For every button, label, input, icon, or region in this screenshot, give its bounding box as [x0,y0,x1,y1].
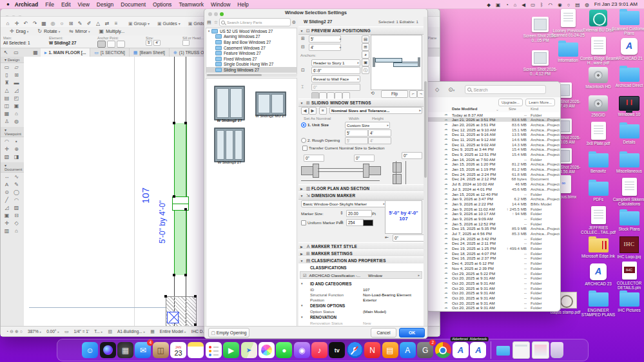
group-header-id-and-categories[interactable]: ID AND CATEGORIES [310,281,351,286]
pen-set[interactable]: T... [94,329,100,334]
tree-item-bay-and-bow-windows-27[interactable]: Bay and Bow Windows 27 [206,39,297,45]
selection-handle[interactable] [184,122,187,124]
desktop-icon-details[interactable]: Details [610,122,644,144]
toolbar-icon-4[interactable]: ▦ [39,21,48,26]
finder-row[interactable]: ☁Dec 24, 2025 at 3:42 PM--Folder [426,236,560,241]
finder-row[interactable]: ☁Oct 20, 2025 at 9:31 AM--Folder [426,291,560,296]
tree-item-awning-windows-27[interactable]: Awning Windows 27 [206,34,297,40]
desktop-icon-scanned-customer-plans[interactable]: Scanned Customer Plans [610,8,644,35]
layer-combination[interactable]: A1-Building... [117,329,142,334]
tree-horizontal-scrollbar[interactable] [206,73,297,77]
view-info-button[interactable]: ⓘ [362,66,369,74]
tab--beam-sheet-[interactable]: ▦[Beam Sheet] [130,48,170,57]
mirror-icon[interactable]: ⟲ [371,91,375,96]
finder-row[interactable]: ☁Oct 29, 2025 at 5:22 PM--Folder [426,271,560,276]
pen-color-chip[interactable] [363,220,373,226]
tab-1-main-floor-[interactable]: ▸1. MAIN FLOOR [... [41,48,90,57]
jamb-right-button[interactable]: ¬ [417,90,424,98]
dock-downloads-folder-icon[interactable] [495,342,511,358]
upgrade-button[interactable]: Upgrade... [498,99,523,106]
tree-item-casement-windows-27[interactable]: Casement Windows 27 [206,45,297,51]
dock-chrome-icon[interactable] [435,342,451,358]
tool-icon-document-2[interactable]: A [2,181,12,189]
thumbnail-w-sliding3-27[interactable]: W Sliding3 27 [214,128,245,162]
action-menu-icon[interactable]: ⊙▾ [448,86,454,93]
tool-icon-document-0[interactable]: ↔ [2,173,12,181]
custom-size-combo[interactable]: Custom Size▸ [345,122,390,129]
tool-icon-document-12[interactable]: ✛ [2,220,12,227]
finder-row[interactable]: ☁Jul 3, 2024 at 4:01 PM45.6 MBArchica...… [426,186,560,191]
status-icon-10[interactable]: ▤ [575,2,580,8]
infobox-anchor-point[interactable]: Anchor Point: [97,36,126,48]
group-triangle-icon[interactable]: ▾ [301,281,303,285]
tool-icon-document-6[interactable]: ╱ [2,196,12,204]
dock-launchpad-icon[interactable]: ▦ [117,342,133,358]
tool-icon-design-5[interactable]: ▬ [12,79,21,87]
toolbox-section-viewpoint[interactable]: ▾ Viewpoint [1,127,24,137]
dock-reminders-icon[interactable] [206,342,222,358]
tool-icon-document-15[interactable]: ⌂ [12,227,21,235]
finder-row[interactable]: ☁Jan 20, 2026 at 3:51 PM83.6 MBArchica..… [426,122,560,127]
tree-item-single-double-hung-win-27[interactable]: Single Double Hung Win 27 [206,62,297,68]
marker-offset-field[interactable]: 0" [393,234,424,242]
dock-archicad-alderbrook-1-icon[interactable]: AAlderbrook [453,342,469,358]
tab--1-section-[interactable]: ▭[1 SECTION] [90,48,130,57]
finder-row[interactable]: ☁Dec 24, 2025 at 2:12 PM68 bytesDocument [426,176,560,182]
finder-row[interactable]: ☁Oct 20, 2025 at 9:31 AM--Folder [426,285,560,291]
tool-icon-design-8[interactable]: ▤ [2,95,12,102]
finder-row[interactable]: ☁Nov 4, 2025 at 2:39 PM--Folder [426,265,560,271]
status-icon-8[interactable]: ◉ [558,2,562,8]
group-triangle-icon[interactable]: ▾ [301,303,303,307]
tool-icon-design-4[interactable]: ♜ [2,79,12,87]
tolerance-dim-1[interactable]: 0" [304,155,324,162]
desktop-icon-ihc-pictures[interactable]: IHC Pictures [610,290,644,312]
tool-icon-viewpoint-4[interactable]: ▧ [2,153,12,161]
rough-opening-radio[interactable] [301,138,306,143]
finder-row[interactable]: ☁Dec 15, 2025 at 5:35 PM85.9 MBArchica..… [426,226,560,231]
infobox-sill[interactable]: Sill or Head... [182,36,204,46]
dock-minimized-window-1-icon[interactable] [512,341,530,359]
edit-tool-rotate[interactable]: ↻Rotate ▾ [37,28,60,34]
tool-icon-design-3[interactable]: ⊞ [12,71,21,79]
menu-item-edit[interactable]: Edit [61,1,71,8]
tool-icon-document-4[interactable]: ⊙ [2,189,12,196]
ok-button[interactable]: OK [399,328,425,338]
finder-row[interactable]: ☁Dec 24, 2025 at 2:24 PM61.8 MBArchica..… [426,171,560,176]
tool-icon-design-11[interactable]: ▣ [12,102,21,110]
stepper-icon[interactable]: ⇕ [340,211,344,216]
finder-row[interactable]: ☁Oct 20, 2025 at 9:31 AM--Folder [426,276,560,281]
dock-finder-icon[interactable]: ☺ [82,342,98,358]
finder-row[interactable]: ☁Dec 11, 2025 at 9:02 AM14.3 MBArchica..… [426,142,560,147]
column-kind[interactable]: Kind [531,107,538,111]
tree-item-us-52-us-wood-windows-27[interactable]: ▾US 52 US Wood Windows 27 [206,28,297,34]
toolbar-icon-10[interactable]: △ [93,21,102,26]
tool-icon-design-15[interactable]: ◍ [12,118,21,126]
toolbar-icon-11[interactable]: ⇄ [102,21,112,26]
tool-icon-viewpoint-5[interactable]: ◨ [12,153,21,161]
dock-podcasts-icon[interactable]: ◉ [294,342,310,358]
group-triangle-icon[interactable]: ▾ [301,315,303,319]
tool-icon-document-14[interactable]: ▥ [2,227,12,235]
finder-row[interactable]: ☁Jan 15, 2026 at 12:40 PM--Folder [426,191,560,196]
arrow-tool-icon[interactable]: ↖ [1,50,11,55]
minimize-icon[interactable] [214,12,218,16]
dock-notes-icon[interactable] [188,342,204,358]
finder-row[interactable]: ☁Dec 11, 2025 at 9:16 AM13.5 MBArchica..… [426,132,560,137]
finder-row[interactable]: ☁Oct 20, 2025 at 9:31 AM--Folder [426,300,560,305]
unit-width-field[interactable]: 5' [345,129,368,137]
dock-g-app-icon[interactable]: G2 [417,342,433,358]
finder-row[interactable]: ☁Jan 5, 2026 at 12:52 PM--Folder [426,221,560,226]
finder-row[interactable]: ☁Dec 19, 2025 at 1:25 PM↑ 499.4 MBFolder [426,246,560,251]
page-list-button[interactable]: ≡ [319,107,327,115]
pp-height-field[interactable]: 4' [309,44,341,51]
toolbar-icon-7[interactable]: ⊞ [66,21,75,26]
finder-row[interactable]: ☁Dec 4, 2025 at 6:12 PM--Folder [426,261,560,266]
finder-row[interactable]: ☁Jan 9, 2026 at 2:22 PM14.4 MBBIMx Model [426,201,560,206]
tool-icon-viewpoint-0[interactable]: ◠ [2,138,12,146]
column-size[interactable]: Size [509,107,516,111]
infobox-element[interactable]: Element: W Sliding2 27 [49,36,76,45]
property-value[interactable]: 107 [363,287,369,292]
menu-item-design[interactable]: Design [97,1,113,8]
dock-facetime-icon[interactable]: ▶ [223,342,239,358]
dock-archicad-alderbrook-2-icon[interactable]: AAlderbrook [470,342,486,358]
